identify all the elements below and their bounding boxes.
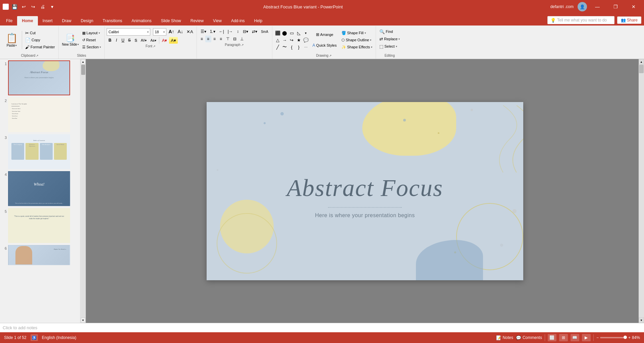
- shadow-button[interactable]: S: [133, 37, 139, 44]
- tab-slideshow[interactable]: Slide Show: [156, 16, 186, 26]
- highlight-button[interactable]: A▾: [169, 37, 178, 44]
- slide-image-6[interactable]: Maybe You Need to...: [8, 245, 70, 265]
- slide-thumbnail-1[interactable]: 1 Abstract Focus Here is where your pres…: [1, 60, 79, 95]
- canvas-scroll-thumb[interactable]: [639, 65, 644, 73]
- share-button[interactable]: 👥 Share: [617, 16, 641, 24]
- print-button[interactable]: 🖨: [39, 3, 46, 10]
- decrease-indent-button[interactable]: ←|: [217, 28, 226, 35]
- numbering-button[interactable]: 1.▾: [208, 28, 217, 35]
- clipboard-expand-icon[interactable]: ↗: [36, 54, 39, 57]
- select-button[interactable]: ⬚ Select ▾: [378, 43, 398, 50]
- shape-outline-button[interactable]: ⬡ Shape Outline ▾: [340, 37, 374, 43]
- slide-thumbnail-3[interactable]: 3 Table of Contents The Company Business…: [1, 134, 79, 169]
- scroll-down-button[interactable]: ▼: [81, 317, 86, 323]
- select-shape-button[interactable]: ⬛: [274, 30, 281, 36]
- close-button[interactable]: ✕: [626, 2, 641, 12]
- slide-image-4[interactable]: Whoa! This is the first slide of the pre…: [8, 171, 70, 206]
- align-middle-button[interactable]: ⊟: [231, 36, 238, 42]
- align-top-button[interactable]: ⊤: [224, 36, 231, 42]
- reading-view-button[interactable]: 📖: [571, 334, 579, 341]
- tab-design[interactable]: Design: [76, 16, 98, 26]
- tab-addins[interactable]: Add-ins: [226, 16, 250, 26]
- increase-indent-button[interactable]: |→: [226, 28, 234, 35]
- line-button[interactable]: ╱: [274, 44, 281, 50]
- avatar[interactable]: 👤: [578, 2, 587, 11]
- callout-button[interactable]: 💬: [303, 37, 309, 43]
- canvas-scroll-down[interactable]: ▼: [639, 317, 644, 323]
- clear-formatting-button[interactable]: ✕A: [185, 28, 195, 35]
- smart-art-button[interactable]: SmA: [259, 28, 270, 35]
- slideshow-button[interactable]: ▶: [582, 334, 591, 341]
- increase-font-button[interactable]: A↑: [167, 28, 175, 35]
- change-case-button[interactable]: Aa▾: [149, 37, 158, 44]
- drawing-expand-icon[interactable]: ↗: [329, 54, 332, 57]
- slide-thumbnail-6[interactable]: 6 Maybe You Need to...: [1, 245, 79, 265]
- slide-image-3[interactable]: Table of Contents The Company Business O…: [8, 134, 70, 169]
- slide-thumbnail-2[interactable]: 2 Contents of This Template━━━━━━━━━━━━·…: [1, 97, 79, 132]
- zoom-out-button[interactable]: −: [596, 335, 599, 340]
- canvas-scroll-up[interactable]: ▲: [639, 59, 644, 64]
- align-bottom-button[interactable]: ⊥: [238, 36, 245, 42]
- tab-file[interactable]: File: [1, 16, 17, 26]
- restore-button[interactable]: ❐: [608, 2, 623, 12]
- shape-fill-button[interactable]: 🪣 Shape Fill ▾: [340, 30, 374, 36]
- copy-button[interactable]: 📄 Copy: [24, 37, 56, 43]
- redo-button[interactable]: ↪: [30, 3, 37, 10]
- normal-view-button[interactable]: ⬜: [548, 334, 556, 341]
- save-button[interactable]: 💾: [11, 3, 18, 10]
- tab-draw[interactable]: Draw: [57, 16, 76, 26]
- slide-subtitle[interactable]: Here is where your presentation begins: [315, 212, 415, 218]
- tab-view[interactable]: View: [208, 16, 226, 26]
- font-color-button[interactable]: A▾: [160, 37, 169, 44]
- char-spacing-button[interactable]: AV▾: [139, 37, 149, 44]
- brace-button[interactable]: }: [296, 44, 302, 50]
- replace-button[interactable]: ⇄ Replace ▾: [378, 36, 401, 42]
- tab-animations[interactable]: Animations: [127, 16, 156, 26]
- shape-extra-button[interactable]: ⋯: [303, 44, 309, 50]
- shape-more-button[interactable]: ▾: [303, 30, 309, 36]
- slide-sorter-button[interactable]: ⊞: [559, 334, 568, 341]
- slide-image-2[interactable]: Contents of This Template━━━━━━━━━━━━· I…: [8, 97, 70, 132]
- find-button[interactable]: 🔍 Find: [378, 28, 394, 35]
- reset-button[interactable]: ↺ Reset: [81, 37, 103, 43]
- font-name-dropdown[interactable]: Calibri ▾: [107, 28, 150, 36]
- slide-image-5[interactable]: "This is a quote, words full of wisdom t…: [8, 208, 70, 243]
- line-spacing-button[interactable]: ↕: [235, 28, 241, 35]
- freeform-button[interactable]: {: [288, 44, 295, 50]
- scroll-thumb[interactable]: [81, 65, 85, 75]
- slide-thumbnail-5[interactable]: 5 "This is a quote, words full of wisdom…: [1, 208, 79, 243]
- tab-home[interactable]: Home: [17, 16, 38, 26]
- quick-styles-button[interactable]: A Quick Styles: [311, 40, 339, 50]
- notes-placeholder[interactable]: Click to add notes: [3, 325, 37, 330]
- align-center-button[interactable]: ≡: [205, 36, 211, 42]
- tell-me-input[interactable]: 💡 Tell me what you want to do: [547, 16, 614, 24]
- strikethrough-button[interactable]: S: [126, 37, 132, 44]
- section-button[interactable]: ☰ Section ▾: [81, 44, 103, 50]
- font-size-dropdown[interactable]: 18 ▾: [153, 28, 166, 36]
- minimize-button[interactable]: —: [590, 2, 605, 12]
- slide-title[interactable]: Abstract Focus: [287, 174, 443, 202]
- scroll-up-button[interactable]: ▲: [81, 59, 86, 64]
- right-triangle-button[interactable]: ◺: [296, 30, 302, 36]
- paragraph-expand-icon[interactable]: ↗: [241, 43, 244, 47]
- align-left-button[interactable]: ≡: [199, 36, 205, 42]
- text-direction-button[interactable]: ⇄▾: [250, 28, 259, 35]
- curved-arrow-button[interactable]: ↪: [288, 37, 295, 43]
- bold-button[interactable]: B: [107, 37, 113, 44]
- notes-button[interactable]: 📝 Notes: [496, 335, 513, 340]
- tab-review[interactable]: Review: [186, 16, 208, 26]
- format-painter-button[interactable]: 🖌 Format Painter: [24, 44, 56, 50]
- underline-button[interactable]: U: [120, 37, 126, 44]
- qat-dropdown[interactable]: ▾: [48, 3, 56, 10]
- undo-button[interactable]: ↩: [20, 3, 28, 10]
- arrow-button[interactable]: →: [281, 37, 288, 43]
- rounded-rect-button[interactable]: ▭: [288, 30, 295, 36]
- oval-shape-button[interactable]: ⬤: [281, 30, 288, 36]
- curve-button[interactable]: 〜: [281, 44, 288, 50]
- layout-button[interactable]: ▦ Layout ▾: [81, 30, 103, 36]
- italic-button[interactable]: I: [113, 37, 119, 44]
- accessibility-button[interactable]: ♿: [31, 334, 38, 341]
- star-button[interactable]: ★: [296, 37, 302, 43]
- justify-button[interactable]: ≡: [218, 36, 224, 42]
- slide-image-1[interactable]: Abstract Focus Here is where your presen…: [8, 60, 70, 95]
